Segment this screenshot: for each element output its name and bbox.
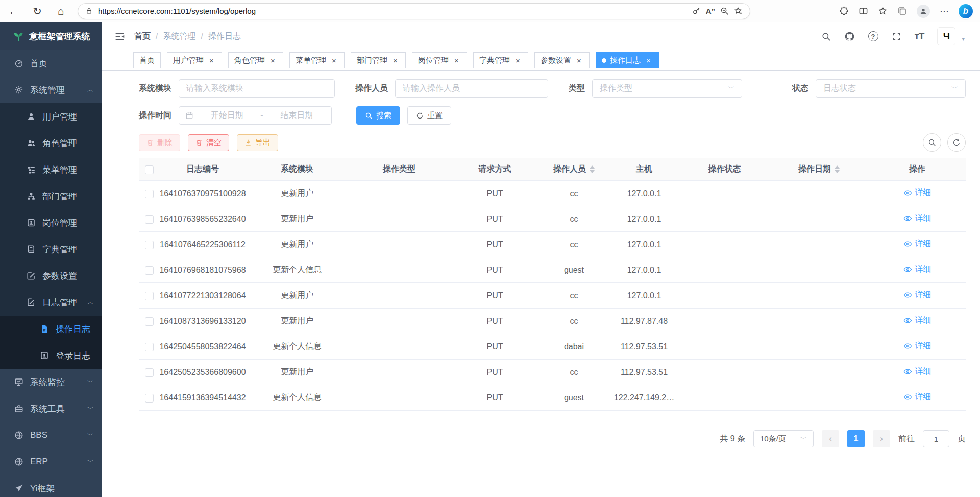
tab-close-icon[interactable]: × (391, 56, 400, 65)
sidebar-item-dict-mgmt[interactable]: 字典管理 (0, 236, 102, 263)
sidebar-item-bbs[interactable]: BBS ﹀ (0, 422, 102, 448)
url-text[interactable]: https://ccnetcore.com:1101/system/log/op… (98, 7, 687, 15)
fullscreen-icon[interactable] (892, 32, 901, 41)
user-avatar[interactable]: Ч (937, 27, 955, 45)
detail-link[interactable]: 详细 (903, 341, 932, 351)
sort-icon[interactable] (835, 165, 840, 173)
table-row[interactable]: 1641077221303128064 更新用户 PUT cc 127.0.0.… (139, 283, 966, 309)
row-checkbox[interactable] (145, 215, 154, 224)
detail-link[interactable]: 详细 (903, 187, 932, 198)
sidebar-item-user-mgmt[interactable]: 用户管理 (0, 103, 102, 130)
row-checkbox[interactable] (145, 343, 154, 351)
sidebar-item-system[interactable]: 系统管理 ︿ (0, 77, 102, 103)
page-tab[interactable]: 岗位管理 × (412, 52, 467, 68)
row-checkbox[interactable] (145, 394, 154, 403)
module-input[interactable] (179, 79, 335, 98)
favorites-icon[interactable] (878, 6, 888, 16)
detail-link[interactable]: 详细 (903, 213, 932, 224)
extensions-icon[interactable] (839, 6, 849, 16)
github-icon[interactable] (844, 31, 855, 42)
row-checkbox[interactable] (145, 368, 154, 377)
add-favorite-star-icon[interactable] (734, 7, 743, 15)
table-row[interactable]: 1642504558053822464 更新个人信息 PUT dabai 112… (139, 334, 966, 360)
row-checkbox[interactable] (145, 241, 154, 249)
page-tab[interactable]: 参数设置 × (534, 52, 590, 68)
tab-close-icon[interactable]: × (644, 56, 653, 65)
sidebar-item-dept-mgmt[interactable]: 部门管理 (0, 183, 102, 209)
tab-close-icon[interactable]: × (575, 56, 583, 65)
browser-back-icon[interactable]: ← (7, 6, 20, 16)
tab-close-icon[interactable]: × (268, 56, 277, 65)
sidebar-item-post-mgmt[interactable]: 岗位管理 (0, 209, 102, 236)
page-tab[interactable]: 首页 × (133, 52, 161, 68)
zoom-out-icon[interactable] (720, 7, 729, 15)
detail-link[interactable]: 详细 (903, 264, 932, 275)
clear-button[interactable]: 清空 (188, 134, 229, 151)
goto-page-input[interactable] (923, 430, 949, 447)
export-button[interactable]: 导出 (237, 134, 278, 151)
row-checkbox[interactable] (145, 266, 154, 275)
split-screen-icon[interactable] (859, 6, 868, 16)
sidebar-collapse-icon[interactable] (114, 31, 125, 42)
current-page-button[interactable]: 1 (847, 430, 865, 447)
status-select[interactable]: 日志状态 ﹀ (816, 79, 966, 98)
tab-close-icon[interactable]: × (513, 56, 522, 65)
date-range-picker[interactable]: 开始日期 - 结束日期 (179, 106, 332, 125)
table-row[interactable]: 1642505235366809600 更新用户 PUT cc 112.97.5… (139, 360, 966, 385)
address-bar[interactable]: https://ccnetcore.com:1101/system/log/op… (78, 3, 750, 19)
sidebar-item-param-settings[interactable]: 参数设置 (0, 263, 102, 289)
browser-refresh-icon[interactable]: ↻ (31, 6, 44, 16)
detail-link[interactable]: 详细 (903, 315, 932, 326)
page-size-select[interactable]: 10条/页 ﹀ (753, 430, 814, 447)
font-size-icon[interactable]: тT (915, 31, 924, 42)
sidebar-item-role-mgmt[interactable]: 角色管理 (0, 130, 102, 156)
browser-profile-avatar[interactable] (917, 5, 930, 18)
sidebar-item-erp[interactable]: ERP ﹀ (0, 448, 102, 475)
header-search-icon[interactable] (821, 32, 831, 41)
sidebar-item-menu-mgmt[interactable]: 菜单管理 (0, 156, 102, 183)
page-tab[interactable]: 用户管理 × (167, 52, 222, 68)
detail-link[interactable]: 详细 (903, 290, 932, 300)
help-icon[interactable]: ? (868, 31, 878, 41)
page-tab[interactable]: 角色管理 × (228, 52, 283, 68)
table-row[interactable]: 1641076398565232640 更新用户 PUT cc 127.0.0.… (139, 206, 966, 232)
app-logo[interactable]: 意框架管理系统 (0, 22, 102, 50)
sidebar-item-home[interactable]: 首页 (0, 50, 102, 77)
type-select[interactable]: 操作类型 ﹀ (592, 79, 742, 98)
sidebar-item-yi-framework[interactable]: Yi框架 (0, 475, 102, 497)
detail-link[interactable]: 详细 (903, 239, 932, 249)
tab-close-icon[interactable]: × (452, 56, 461, 65)
sort-icon[interactable] (590, 165, 595, 173)
bing-copilot-icon[interactable]: b (959, 4, 973, 18)
tab-close-icon[interactable]: × (207, 56, 216, 65)
page-tab[interactable]: 字典管理 × (473, 52, 528, 68)
sidebar-item-system-tools[interactable]: 系统工具 ﹀ (0, 395, 102, 422)
sidebar-item-system-monitor[interactable]: 系统监控 ﹀ (0, 369, 102, 395)
detail-link[interactable]: 详细 (903, 392, 932, 403)
page-tab[interactable]: 菜单管理 × (289, 52, 345, 68)
password-key-icon[interactable] (692, 7, 701, 15)
browser-home-icon[interactable]: ⌂ (54, 6, 67, 16)
table-row[interactable]: 1641076968181075968 更新个人信息 PUT guest 127… (139, 257, 966, 283)
refresh-table-button[interactable] (947, 133, 966, 152)
toggle-search-button[interactable] (923, 133, 941, 152)
breadcrumb-home[interactable]: 首页 (134, 31, 151, 42)
row-checkbox[interactable] (145, 190, 154, 198)
operator-input[interactable] (395, 79, 548, 98)
page-tab[interactable]: 操作日志 × (596, 52, 659, 68)
next-page-button[interactable]: › (873, 430, 890, 447)
tab-close-icon[interactable]: × (330, 56, 338, 65)
table-row[interactable]: 1641076465225306112 更新用户 PUT cc 127.0.0.… (139, 232, 966, 257)
table-row[interactable]: 1641076370975100928 更新用户 PUT cc 127.0.0.… (139, 181, 966, 206)
sidebar-item-login-log[interactable]: 登录日志 (0, 342, 102, 369)
page-tab[interactable]: 部门管理 × (351, 52, 406, 68)
browser-more-icon[interactable]: ⋯ (940, 6, 949, 17)
table-row[interactable]: 1641087313696133120 更新用户 PUT cc 112.97.8… (139, 309, 966, 334)
sidebar-item-operation-log[interactable]: 操作日志 (0, 316, 102, 342)
search-button[interactable]: 搜索 (356, 106, 400, 125)
reset-button[interactable]: 重置 (407, 106, 451, 125)
read-aloud-icon[interactable]: A” (706, 7, 715, 15)
select-all-checkbox[interactable] (145, 165, 154, 174)
delete-button[interactable]: 删除 (139, 134, 180, 151)
detail-link[interactable]: 详细 (903, 366, 932, 377)
